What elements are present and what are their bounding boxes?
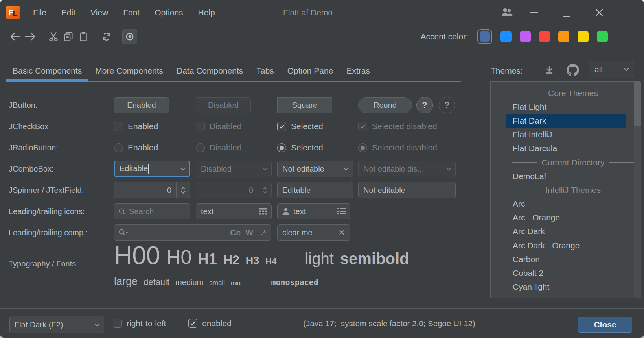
back-button[interactable] (8, 29, 23, 44)
clearable-field[interactable]: clear me ✕ (277, 224, 350, 241)
show-hidden-toggle[interactable] (122, 29, 137, 44)
radio-selected[interactable]: Selected (277, 143, 323, 152)
theme-item[interactable]: Flat Darcula (506, 142, 626, 155)
menu-file[interactable]: File (33, 8, 46, 17)
editable-combobox[interactable]: Editable (114, 161, 190, 177)
spinner-buttons[interactable] (176, 182, 190, 198)
spinner[interactable]: 0 (114, 182, 190, 198)
refresh-button[interactable] (99, 29, 114, 44)
scrollbar-thumb[interactable] (634, 82, 641, 126)
search-field[interactable]: Search (114, 203, 190, 219)
round-button[interactable]: Round (358, 97, 412, 113)
theme-item[interactable]: DemoLaf (506, 169, 626, 183)
text-field-table[interactable]: text (196, 203, 272, 219)
help-button[interactable]: ? (416, 97, 433, 113)
cut-button[interactable] (46, 29, 61, 44)
theme-item[interactable]: Arc (506, 197, 626, 211)
accent-swatch-selected[interactable] (477, 29, 492, 44)
tab-tabs[interactable]: Tabs (250, 59, 280, 82)
menu-options[interactable]: Options (155, 8, 183, 17)
theme-item[interactable]: Dark Flat (506, 294, 626, 298)
enabled-button[interactable]: Enabled (114, 97, 169, 113)
paste-button[interactable] (76, 29, 91, 44)
text-field-person[interactable]: text (277, 203, 350, 219)
radio-enabled[interactable]: Enabled (114, 143, 158, 152)
search-dropdown-icon[interactable] (118, 229, 129, 237)
themes-filter-value: all (589, 65, 624, 74)
maximize-button[interactable] (562, 7, 571, 18)
checkbox-enabled[interactable]: Enabled (114, 122, 158, 131)
close-button[interactable]: Close (578, 317, 632, 333)
regex-button[interactable]: .* (261, 228, 266, 237)
theme-item[interactable]: Flat IntelliJ (506, 128, 626, 142)
download-themes-button[interactable] (543, 64, 556, 77)
checkbox-label: Disabled (210, 122, 242, 131)
not-editable-combobox[interactable]: Not editable (277, 161, 353, 177)
help-button-outline[interactable]: ? (439, 97, 455, 113)
table-icon[interactable] (259, 208, 267, 215)
radio-selected-icon[interactable] (277, 143, 286, 152)
close-window-button[interactable] (594, 7, 604, 18)
theme-item[interactable]: Arc - Orange (506, 211, 626, 225)
spinner-value[interactable]: 0 (114, 186, 176, 195)
combobox-arrow-button[interactable] (339, 161, 353, 177)
search-placeholder[interactable]: Search (129, 207, 154, 216)
tab-data-components[interactable]: Data Components (170, 59, 250, 82)
menu-font[interactable]: Font (123, 8, 140, 17)
github-button[interactable] (566, 63, 580, 77)
menu-help[interactable]: Help (198, 8, 215, 17)
combobox-arrow-button[interactable] (90, 316, 104, 333)
textfield-value[interactable]: Editable (278, 186, 311, 195)
copy-button[interactable] (61, 29, 76, 44)
menu-list-icon[interactable] (337, 208, 346, 215)
editable-textfield[interactable]: Editable (277, 182, 353, 198)
enabled-checkbox[interactable]: enabled (188, 309, 232, 338)
clear-icon[interactable]: ✕ (338, 228, 345, 237)
search-with-options-field[interactable]: Cc W .* (114, 224, 271, 241)
tab-more-components[interactable]: More Components (88, 59, 170, 82)
tab-option-pane[interactable]: Option Pane (281, 59, 340, 82)
disabled-button: Disabled (196, 97, 251, 113)
checkbox-icon[interactable] (114, 122, 123, 131)
combobox-arrow-button[interactable] (176, 161, 189, 176)
themes-filter-combobox[interactable]: all (589, 61, 634, 78)
eye-icon (125, 31, 135, 42)
accent-swatch[interactable] (558, 31, 569, 42)
small-sample: small (209, 279, 225, 287)
accent-swatch[interactable] (597, 31, 608, 42)
accent-swatch[interactable] (500, 31, 512, 42)
checkbox-checked-icon[interactable] (277, 122, 286, 131)
whole-word-button[interactable]: W (245, 228, 253, 237)
accent-swatch[interactable] (539, 31, 550, 42)
forward-button[interactable] (23, 29, 38, 44)
theme-item[interactable]: Flat Light (506, 100, 626, 114)
checkbox-icon[interactable] (113, 319, 122, 328)
accent-swatch[interactable] (520, 31, 531, 42)
combobox-value[interactable]: Editable (115, 164, 176, 174)
checkbox-checked-icon[interactable] (188, 319, 197, 328)
theme-item[interactable]: Cyan light (506, 280, 626, 294)
theme-item[interactable]: Cobalt 2 (506, 266, 626, 280)
accent-swatch[interactable] (480, 31, 490, 42)
theme-item-selected[interactable]: Flat Dark (506, 114, 626, 128)
theme-item[interactable]: Arc Dark (506, 225, 626, 238)
themes-scrollbar[interactable] (634, 82, 641, 298)
users-icon[interactable] (500, 7, 514, 18)
accent-swatch[interactable] (578, 31, 589, 42)
menu-edit[interactable]: Edit (61, 8, 75, 17)
tab-basic-components[interactable]: Basic Components (6, 59, 88, 82)
radio-icon[interactable] (114, 143, 123, 152)
square-button[interactable]: Square (277, 97, 332, 113)
checkbox-selected[interactable]: Selected (277, 122, 323, 131)
theme-item[interactable]: Carbon (506, 252, 626, 266)
tab-extras[interactable]: Extras (340, 59, 377, 82)
rtl-checkbox[interactable]: right-to-left (113, 309, 166, 338)
theme-item[interactable]: Arc Dark - Orange (506, 238, 626, 252)
laf-combobox[interactable]: Flat Dark (F2) (9, 316, 104, 333)
textfield-value[interactable]: text (196, 207, 259, 216)
textfield-value[interactable]: clear me (278, 228, 338, 237)
menu-view[interactable]: View (90, 8, 108, 17)
minimize-button[interactable] (529, 7, 539, 18)
textfield-value[interactable]: text (293, 207, 337, 216)
match-case-button[interactable]: Cc (230, 228, 241, 237)
